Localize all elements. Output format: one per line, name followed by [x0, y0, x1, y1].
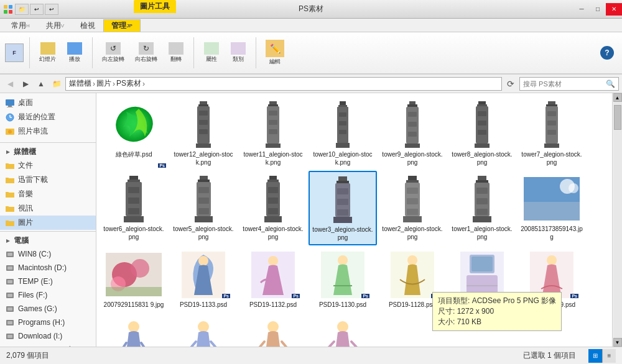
- sidebar-item-win8c[interactable]: WIN8 (C:): [0, 247, 96, 261]
- svg-point-127: [131, 259, 149, 278]
- sidebar-item-video[interactable]: 視訊: [0, 201, 96, 216]
- file-item-24[interactable]: Ps figure: [309, 313, 377, 347]
- svg-rect-119: [476, 209, 488, 215]
- svg-rect-122: [524, 202, 580, 221]
- file-item-18[interactable]: Ps PSD19-1128.psd: [378, 247, 447, 312]
- file-item-1[interactable]: tower12_alegion-stock.png: [169, 96, 238, 170]
- file-item-10[interactable]: tower3_alegion-stock.png: [309, 171, 377, 245]
- svg-rect-97: [268, 198, 278, 204]
- sidebar-item-desktop[interactable]: 桌面: [0, 96, 96, 110]
- status-selected: 已選取 1 個項目: [523, 350, 576, 361]
- file-item-19[interactable]: Ps PSD19-1131.psd: [448, 247, 516, 312]
- svg-marker-12: [6, 150, 10, 154]
- minimize-button[interactable]: ─: [573, 3, 590, 16]
- file-item-20[interactable]: Ps PSD19-1129.psd: [518, 247, 586, 312]
- sidebar-item-music[interactable]: 音樂: [0, 187, 96, 201]
- search-input[interactable]: [523, 80, 606, 88]
- file-item-23[interactable]: Ps figure: [239, 313, 307, 347]
- file-item-15[interactable]: Ps PSD19-1133.psd: [169, 247, 238, 312]
- file-item-8[interactable]: tower5_alegion-stock.png: [169, 171, 238, 245]
- ribbon-btn-props[interactable]: 屬性: [199, 40, 224, 65]
- file-item-13[interactable]: 2008513173859143.jpg: [518, 171, 586, 245]
- scrollbar-thumb[interactable]: [614, 105, 621, 130]
- svg-rect-118: [476, 198, 488, 204]
- tab-share[interactable]: 共用 V: [38, 19, 72, 32]
- app-icon: [3, 4, 13, 14]
- refresh-button[interactable]: ⟳: [504, 77, 518, 91]
- sidebar-item-photostream[interactable]: 照片串流: [0, 124, 96, 139]
- file-item-17[interactable]: Ps PSD19-1130.psd: [309, 247, 377, 312]
- parent-folder-button[interactable]: 📁: [50, 77, 63, 91]
- back-button[interactable]: ◀: [3, 77, 17, 91]
- sidebar-item-gamesg[interactable]: Games (G:): [0, 302, 96, 316]
- grid-view-button[interactable]: ⊞: [588, 349, 602, 363]
- list-view-button[interactable]: ≡: [602, 349, 616, 363]
- sidebar-item-macintoshd[interactable]: Macintosh (D:): [0, 261, 96, 275]
- file-item-6[interactable]: tower7_alegion-stock.png: [518, 96, 586, 170]
- svg-rect-40: [199, 111, 208, 116]
- tab-manage[interactable]: 管理 JP: [103, 19, 141, 32]
- file-item-7[interactable]: tower6_alegion-stock.png: [100, 171, 168, 245]
- file-item-5[interactable]: tower8_alegion-stock.png: [448, 96, 516, 170]
- ribbon-btn-category[interactable]: 類別: [226, 40, 251, 65]
- recent-icon: [5, 112, 15, 122]
- file-item-12[interactable]: tower1_alegion-stock.png: [448, 171, 516, 245]
- file-item-2[interactable]: tower11_alegion-stock.png: [239, 96, 307, 170]
- forward-button[interactable]: ▶: [19, 77, 32, 91]
- file-thumb-10: [315, 175, 371, 224]
- scrollbar-right[interactable]: ▲ ▼: [612, 93, 622, 347]
- file-item-0[interactable]: Ps 綠色碎草.psd: [100, 96, 168, 170]
- ribbon-btn-rotate-right[interactable]: ↻ 向右旋轉: [131, 40, 162, 65]
- file-item-11[interactable]: tower2_alegion-stock.png: [378, 171, 447, 245]
- scrollbar-down-btn[interactable]: ▼: [613, 338, 622, 347]
- ribbon-btn-edit[interactable]: ✏️ 編輯: [261, 38, 289, 68]
- sidebar-item-downloadi[interactable]: Download (I:): [0, 329, 96, 343]
- file-item-3[interactable]: tower10_alegion-stock.png: [309, 96, 377, 170]
- sidebar-item-programsh[interactable]: Programs (H:): [0, 316, 96, 329]
- file-thumb-7: [106, 174, 162, 224]
- title-bar-left: 📁 ↩ ↩: [0, 4, 58, 15]
- tab-home[interactable]: 常用 H: [3, 19, 38, 32]
- svg-rect-17: [7, 266, 12, 270]
- file-thumb-17: Ps: [315, 250, 371, 299]
- ribbon-btn-rotate-left[interactable]: ↺ 向左旋轉: [98, 40, 129, 65]
- svg-point-148: [337, 321, 348, 332]
- address-path[interactable]: 媒體櫃 › 圖片 › PS素材 ›: [65, 77, 502, 91]
- file-item-16[interactable]: Ps PSD19-1132.psd: [239, 247, 307, 312]
- toolbar-btn3[interactable]: ↩: [45, 4, 58, 15]
- sidebar-item-network[interactable]: atlantis4470@小...: [0, 343, 96, 347]
- ribbon-btn-2[interactable]: 播放: [62, 40, 87, 65]
- ribbon-btn-1[interactable]: 幻燈片: [35, 40, 60, 65]
- ribbon-btn-flip[interactable]: 翻轉: [164, 40, 188, 65]
- up-button[interactable]: ▲: [34, 77, 48, 91]
- toolbar-btn1[interactable]: 📁: [15, 4, 29, 15]
- svg-rect-79: [129, 176, 138, 180]
- search-box[interactable]: 🔍: [519, 77, 619, 91]
- close-button[interactable]: ✕: [606, 3, 622, 16]
- help-button[interactable]: ?: [600, 46, 614, 60]
- sidebar-item-downloads[interactable]: 迅雷下載: [0, 173, 96, 187]
- scrollbar-up-btn[interactable]: ▲: [613, 93, 622, 102]
- svg-rect-100: [338, 176, 347, 181]
- file-item-22[interactable]: Ps figure: [169, 313, 238, 347]
- svg-point-133: [268, 256, 278, 266]
- tab-view[interactable]: 檢視: [72, 19, 103, 32]
- svg-point-146: [198, 321, 209, 332]
- file-item-14[interactable]: 2007929115831 9.jpg: [100, 247, 168, 312]
- file-thumb-23: Ps: [245, 316, 301, 347]
- sidebar-item-pictures[interactable]: 圖片: [0, 216, 96, 230]
- sidebar-item-recent[interactable]: 最近的位置: [0, 110, 96, 124]
- favorites-section: 桌面 最近的位置 照片串流: [0, 93, 96, 141]
- file-item-9[interactable]: tower4_alegion-stock.png: [239, 171, 307, 245]
- svg-rect-104: [337, 199, 348, 205]
- sidebar-item-tempe[interactable]: TEMP (E:): [0, 275, 96, 288]
- sidebar-label-recent: 最近的位置: [18, 112, 55, 122]
- sidebar-item-docs[interactable]: 文件: [0, 158, 96, 173]
- svg-rect-108: [406, 180, 419, 183]
- file-item-21[interactable]: Ps figure: [100, 313, 168, 347]
- maximize-button[interactable]: □: [590, 3, 606, 16]
- file-item-4[interactable]: tower9_alegion-stock.png: [378, 96, 447, 170]
- sidebar: 桌面 最近的位置 照片串流 媒體櫃: [0, 93, 96, 347]
- toolbar-btn2[interactable]: ↩: [30, 4, 44, 15]
- sidebar-item-filesf[interactable]: Files (F:): [0, 288, 96, 302]
